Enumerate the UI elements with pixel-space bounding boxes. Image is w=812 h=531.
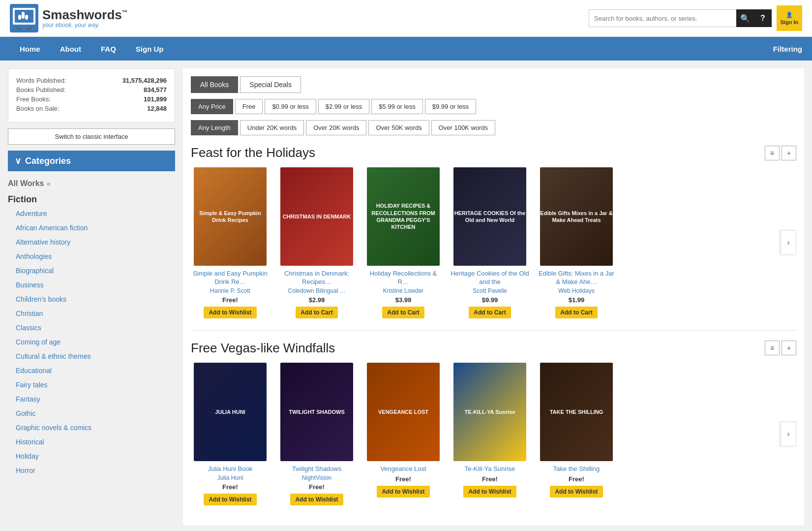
sidebar-item-fantasy[interactable]: Fantasy <box>8 392 175 406</box>
book-price-4: $1.99 <box>537 296 616 304</box>
book-author-2[interactable]: Kristine Lowder <box>364 287 443 294</box>
book-card-4: Edible Gifts Mixes in a Jar & Make Ahead… <box>537 167 616 318</box>
length-filter-under20k[interactable]: Under 20K words <box>240 120 304 135</box>
book-cover-0[interactable]: Simple & Easy Pumpkin Drink Recipes <box>194 167 267 266</box>
book-card-0: JULIA HUNIJulia Huni BookJulia HuniFree!… <box>191 363 270 505</box>
section1-add-btn[interactable]: + <box>782 146 796 160</box>
section2-add-btn[interactable]: + <box>782 341 796 355</box>
length-filter-bar: Any Length Under 20K words Over 20K word… <box>191 120 796 135</box>
book-title-3[interactable]: Te-Kill-Ya Sunrise <box>451 465 529 473</box>
sidebar-item-business[interactable]: Business <box>8 278 175 292</box>
price-filter-999[interactable]: $9.99 or less <box>425 99 476 114</box>
categories-header[interactable]: ∨ Categories <box>8 151 175 171</box>
book-add-btn-3[interactable]: Add to Wishlist <box>463 486 516 498</box>
book-cover-3[interactable]: HERITAGE COOKIES Of the Old and New Worl… <box>453 167 526 266</box>
section2-header: Free Vegas-like Windfalls ≡ + <box>191 341 796 356</box>
sidebar-item-graphic-novels[interactable]: Graphic novels & comics <box>8 421 175 435</box>
sidebar-item-alternative-history[interactable]: Alternative history <box>8 235 175 250</box>
sidebar-item-historical[interactable]: Historical <box>8 435 175 449</box>
price-filter-099[interactable]: $0.99 or less <box>265 99 316 114</box>
length-filter-any[interactable]: Any Length <box>191 120 238 135</box>
book-card-2: VENGEANCE LOSTVengeance LostFree!Add to … <box>364 363 443 505</box>
sidebar-item-gothic[interactable]: Gothic <box>8 406 175 421</box>
section1-title: Feast for the Holidays <box>191 145 315 160</box>
nav-signup[interactable]: Sign Up <box>126 37 174 61</box>
logo-brand-name[interactable]: Smashwords™ <box>42 8 128 22</box>
sidebar-item-cultural-ethnic[interactable]: Cultural & ethnic themes <box>8 349 175 364</box>
tab-special-deals[interactable]: Special Deals <box>240 76 301 93</box>
sign-in-button[interactable]: 👤 Sign In <box>777 5 802 31</box>
sidebar-item-anthologies[interactable]: Anthologies <box>8 250 175 264</box>
book-title-0[interactable]: Julia Huni Book <box>191 465 270 473</box>
book-add-btn-3[interactable]: Add to Cart <box>469 307 511 318</box>
book-add-btn-2[interactable]: Add to Cart <box>382 307 424 318</box>
book-add-btn-4[interactable]: Add to Wishlist <box>550 486 602 498</box>
search-input[interactable] <box>589 9 736 27</box>
book-cover-2[interactable]: HOLIDAY RECIPES & RECOLLECTIONS FROM GRA… <box>367 167 440 266</box>
sidebar-item-african-american-fiction[interactable]: African American fiction <box>8 221 175 235</box>
book-card-2: HOLIDAY RECIPES & RECOLLECTIONS FROM GRA… <box>364 167 443 318</box>
sidebar-item-fairy-tales[interactable]: Fairy tales <box>8 378 175 392</box>
price-filter-299[interactable]: $2.99 or less <box>318 99 369 114</box>
search-container: 🔍 ? <box>589 9 772 27</box>
book-author-3[interactable]: Scott Pavelle <box>451 287 529 294</box>
book-author-1[interactable]: NightVision <box>277 474 356 481</box>
book-cover-2[interactable]: VENGEANCE LOST <box>367 363 440 461</box>
book-title-2[interactable]: Vengeance Lost <box>364 465 443 473</box>
length-filter-over50k[interactable]: Over 50K words <box>368 120 429 135</box>
price-filter-599[interactable]: $5.99 or less <box>371 99 422 114</box>
book-title-4[interactable]: Edible Gifts: Mixes in a Jar & Make Ahe… <box>537 270 616 286</box>
nav-faq[interactable]: FAQ <box>91 37 126 61</box>
book-add-btn-0[interactable]: Add to Wishlist <box>204 307 256 318</box>
price-filter-any[interactable]: Any Price <box>191 99 233 114</box>
classic-interface-button[interactable]: Switch to classic interface <box>8 128 175 145</box>
length-filter-over100k[interactable]: Over 100K words <box>431 120 495 135</box>
book-title-3[interactable]: Heritage Cookies of the Old and the <box>451 270 529 286</box>
book-title-2[interactable]: Holiday Recollections & R… <box>364 270 443 286</box>
book-cover-1[interactable]: CHRISTMAS IN DENMARK <box>280 167 353 266</box>
book-title-1[interactable]: Twilight Shadows <box>277 465 356 473</box>
book-cover-3[interactable]: TE-KILL-YA Sunrise <box>453 363 526 461</box>
length-filter-over20k[interactable]: Over 20K words <box>306 120 366 135</box>
stat-words-published: Words Published: 31,575,428,296 <box>16 77 167 84</box>
book-author-4[interactable]: Web Holidays <box>537 287 616 294</box>
sidebar-item-childrens-books[interactable]: Children's books <box>8 292 175 307</box>
book-author-0[interactable]: Hannie P. Scott <box>191 287 270 294</box>
all-works-link[interactable]: All Works « <box>8 174 175 191</box>
sidebar-item-biographical[interactable]: Biographical <box>8 264 175 278</box>
book-add-btn-2[interactable]: Add to Wishlist <box>377 486 429 498</box>
book-add-btn-1[interactable]: Add to Cart <box>296 307 337 318</box>
book-add-btn-0[interactable]: Add to Wishlist <box>204 494 256 505</box>
chevron-down-icon: ∨ <box>15 156 21 166</box>
nav-about[interactable]: About <box>50 37 91 61</box>
nav-filtering[interactable]: Filtering <box>773 45 802 53</box>
book-cover-4[interactable]: Edible Gifts Mixes in a Jar & Make Ahead… <box>540 167 613 266</box>
book-author-0[interactable]: Julia Huni <box>191 474 270 481</box>
next-arrow-section1-books[interactable]: › <box>781 230 796 255</box>
book-title-0[interactable]: Simple and Easy Pumpkin Drink Re… <box>191 270 270 286</box>
nav-home[interactable]: Home <box>10 37 50 61</box>
section2-list-view[interactable]: ≡ <box>765 341 780 355</box>
sidebar-item-holiday[interactable]: Holiday <box>8 449 175 464</box>
sidebar-item-horror[interactable]: Horror <box>8 464 175 478</box>
sidebar-item-coming-of-age[interactable]: Coming of age <box>8 335 175 349</box>
fiction-label: Fiction <box>8 191 175 207</box>
book-add-btn-1[interactable]: Add to Wishlist <box>290 494 343 505</box>
tab-all-books[interactable]: All Books <box>191 76 238 93</box>
book-title-4[interactable]: Take the Shilling <box>537 465 616 473</box>
next-arrow-section2-books[interactable]: › <box>781 422 796 446</box>
help-button[interactable]: ? <box>754 9 772 27</box>
sidebar-item-adventure[interactable]: Adventure <box>8 207 175 221</box>
sidebar-item-classics[interactable]: Classics <box>8 321 175 335</box>
sidebar-item-educational[interactable]: Educational <box>8 364 175 378</box>
book-add-btn-4[interactable]: Add to Cart <box>555 307 597 318</box>
book-title-1[interactable]: Christmas in Denmark: Recipes… <box>277 270 356 286</box>
book-author-1[interactable]: Coledown Bilingual … <box>277 287 356 294</box>
book-cover-1[interactable]: TWILIGHT SHADOWS <box>280 363 353 461</box>
book-cover-4[interactable]: TAKE THE SHILLING <box>540 363 613 461</box>
price-filter-free[interactable]: Free <box>235 99 263 114</box>
book-cover-0[interactable]: JULIA HUNI <box>194 363 267 461</box>
sidebar-item-christian[interactable]: Christian <box>8 307 175 321</box>
section1-list-view[interactable]: ≡ <box>765 146 780 160</box>
search-button[interactable]: 🔍 <box>736 9 754 27</box>
